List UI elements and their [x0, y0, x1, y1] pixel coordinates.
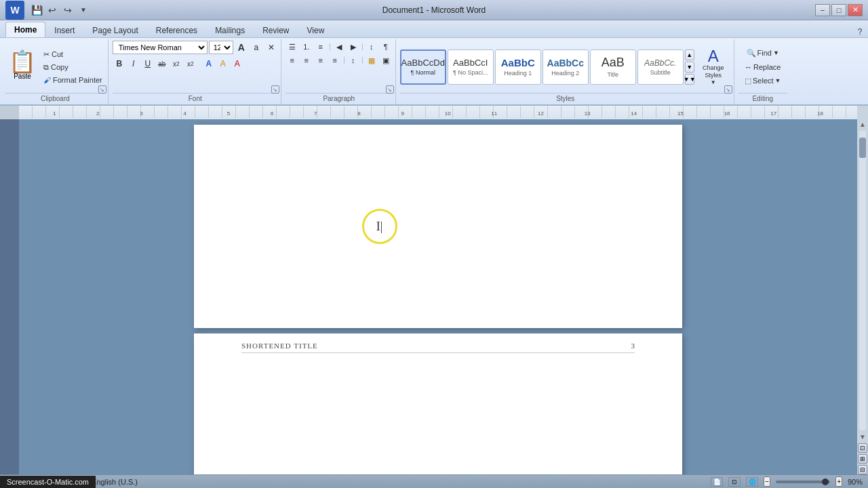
underline-button[interactable]: U [141, 57, 155, 70]
bullets-button[interactable]: ☰ [285, 41, 299, 53]
paste-button[interactable]: 📋 Paste [5, 49, 39, 85]
replace-button[interactable]: ↔ Replace [740, 61, 785, 73]
select-label: Select [753, 77, 774, 85]
borders-button[interactable]: ▣ [379, 54, 393, 66]
decrease-indent-button[interactable]: ◀ [332, 41, 346, 53]
style-heading1[interactable]: AaBbC Heading 1 [495, 49, 541, 85]
style-heading1-preview: AaBbC [501, 57, 535, 68]
change-styles-icon: A [708, 48, 719, 64]
left-margin-ruler [0, 119, 19, 474]
shrink-font-button[interactable]: a [250, 41, 263, 54]
select-icon: ⬚ [745, 77, 751, 85]
copy-icon: ⧉ [43, 63, 49, 72]
document-area: I| SHORTENED TITLE 3 ▲ ▼ ⊡ ⊞ ⊟ [0, 119, 868, 474]
subscript-button[interactable]: x2 [170, 57, 183, 70]
numbering-button[interactable]: 1. [300, 41, 313, 53]
bold-button[interactable]: B [113, 57, 126, 70]
tab-page-layout[interactable]: Page Layout [83, 22, 146, 37]
two-pages-button[interactable]: ⊞ [858, 454, 867, 464]
copy-button[interactable]: ⧉ Copy [41, 62, 105, 73]
minimize-button[interactable]: − [815, 4, 830, 16]
styles-expand-button[interactable]: ↘ [724, 85, 732, 94]
styles-scroll-down[interactable]: ▼ [685, 62, 694, 73]
cut-button[interactable]: ✂ Cut [41, 49, 105, 60]
tab-review[interactable]: Review [254, 22, 298, 37]
restore-button[interactable]: □ [831, 4, 846, 16]
paragraph-row-2: ≡ ≡ ≡ ≡ ↕ ▦ ▣ [285, 54, 393, 66]
page-width-button[interactable]: ⊡ [858, 443, 867, 453]
text-effects-button[interactable]: A [202, 57, 216, 70]
align-center-button[interactable]: ≡ [300, 54, 313, 66]
styles-scroll-up[interactable]: ▲ [685, 49, 694, 60]
copy-label: Copy [51, 63, 68, 71]
quickaccess-dropdown[interactable]: ▼ [77, 3, 90, 17]
justify-button[interactable]: ≡ [328, 54, 342, 66]
zoom-slider-thumb[interactable] [822, 479, 829, 485]
zoom-slider[interactable] [776, 481, 830, 483]
style-heading2[interactable]: AaBbCc Heading 2 [542, 49, 589, 85]
multilevel-list-button[interactable]: ≡ [314, 41, 328, 53]
font-size-select[interactable]: 12 [209, 41, 233, 54]
tab-references[interactable]: References [147, 22, 206, 37]
style-title[interactable]: AaB Title [590, 49, 636, 85]
scroll-down-button[interactable]: ▼ [858, 432, 867, 442]
align-right-button[interactable]: ≡ [314, 54, 328, 66]
tab-mailings[interactable]: Mailings [206, 22, 254, 37]
superscript-button[interactable]: x2 [184, 57, 197, 70]
styles-dropdown[interactable]: ▼▼ [685, 74, 694, 85]
select-button[interactable]: ⬚ Select ▼ [740, 75, 786, 87]
view-web-button[interactable]: 🌐 [746, 477, 758, 487]
ribbon-help-button[interactable]: ? [854, 26, 865, 37]
paragraph-group: ☰ 1. ≡ ◀ ▶ ↕ ¶ ≡ ≡ ≡ ≡ ↕ ▦ ▣ P [283, 39, 396, 104]
clipboard-expand-button[interactable]: ↘ [98, 85, 106, 94]
style-no-spacing-preview: AaBbCcI [453, 58, 488, 68]
scroll-thumb[interactable] [859, 138, 866, 158]
zoom-out-button[interactable]: − [764, 476, 770, 487]
align-left-button[interactable]: ≡ [285, 54, 299, 66]
find-button[interactable]: 🔍 Find ▼ [742, 47, 784, 60]
change-styles-arrow: ▼ [711, 79, 716, 85]
styles-group-label: Styles [400, 93, 731, 103]
show-marks-button[interactable]: ¶ [379, 41, 393, 53]
line-spacing-button[interactable]: ↕ [347, 54, 360, 66]
close-button[interactable]: ✕ [848, 4, 863, 16]
font-family-select[interactable]: Times New Roman [113, 41, 208, 54]
save-button[interactable]: 💾 [30, 3, 43, 17]
change-styles-button[interactable]: A ChangeStyles ▼ [696, 46, 731, 87]
scroll-track[interactable] [859, 131, 866, 430]
tab-view[interactable]: View [298, 22, 334, 37]
paragraph-expand-button[interactable]: ↘ [386, 85, 394, 94]
vertical-scrollbar[interactable]: ▲ ▼ ⊡ ⊞ ⊟ [857, 119, 868, 474]
highlight-color-button[interactable]: A [216, 57, 230, 70]
shading-button[interactable]: ▦ [365, 54, 378, 66]
one-page-button[interactable]: ⊟ [858, 465, 867, 474]
font-expand-button[interactable]: ↘ [271, 85, 279, 94]
format-painter-button[interactable]: 🖌 Format Painter [41, 75, 105, 85]
style-normal[interactable]: AaBbCcDd ¶ Normal [400, 49, 446, 85]
page-2-content[interactable] [194, 356, 682, 474]
styles-scroll-buttons: ▲ ▼ ▼▼ [685, 49, 694, 85]
redo-button[interactable]: ↪ [61, 3, 75, 17]
style-title-label: Title [607, 71, 618, 78]
replace-icon: ↔ [745, 63, 752, 71]
clear-formatting-button[interactable]: ✕ [264, 41, 278, 54]
style-no-spacing[interactable]: AaBbCcI ¶ No Spaci... [448, 49, 494, 85]
strikethrough-button[interactable]: ab [155, 57, 169, 70]
zoom-in-button[interactable]: + [835, 476, 842, 487]
style-subtitle[interactable]: AaBbCc. Subtitle [637, 49, 684, 85]
grow-font-button[interactable]: A [235, 41, 248, 54]
sort-button[interactable]: ↕ [365, 41, 378, 53]
document-scroll-area[interactable]: I| SHORTENED TITLE 3 [19, 119, 857, 474]
undo-button[interactable]: ↩ [45, 3, 59, 17]
scroll-up-button[interactable]: ▲ [858, 119, 867, 129]
tab-insert[interactable]: Insert [45, 22, 83, 37]
view-print-button[interactable]: 📄 [711, 477, 723, 487]
increase-indent-button[interactable]: ▶ [347, 41, 360, 53]
page-1-content[interactable]: I| [194, 125, 682, 328]
para-divider3 [344, 57, 344, 64]
font-color-button[interactable]: A [231, 57, 244, 70]
italic-button[interactable]: I [127, 57, 140, 70]
format-painter-icon: 🖌 [43, 76, 51, 84]
tab-home[interactable]: Home [5, 22, 45, 37]
view-full-screen-button[interactable]: ⊡ [728, 477, 741, 487]
